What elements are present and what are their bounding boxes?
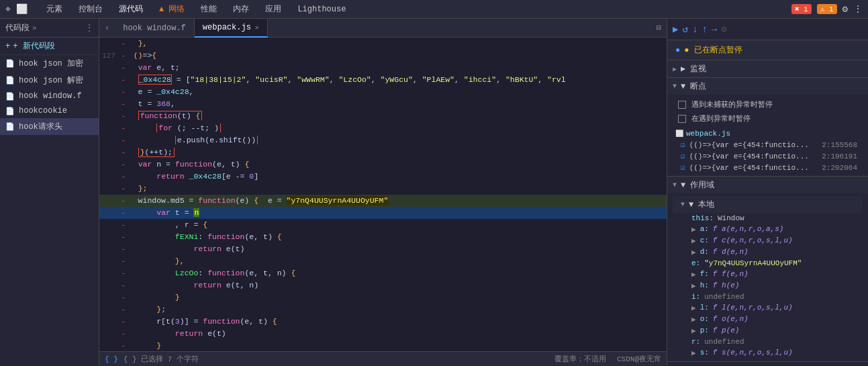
checkbox-icon[interactable] [678, 101, 686, 109]
code-container[interactable]: - }, 127 - ()=>{ - var e, t; [99, 38, 667, 351]
settings-icon[interactable]: ⚙ [842, 3, 848, 15]
var-key: this: [691, 214, 714, 222]
error-count[interactable]: ✖ 1 [791, 4, 812, 14]
line-number [99, 291, 121, 304]
menu-elements[interactable]: 元素 [44, 3, 65, 15]
cursor-icon[interactable]: ⌖ [5, 4, 11, 15]
pause-exceptions-checkbox[interactable]: 在遇到异常时暂停 [673, 111, 863, 126]
scope-var-p[interactable]: ▶ p: f p(e) [686, 325, 863, 336]
breakpoint-item-1[interactable]: ☑ (()=>{var e={454:functio... 2:155568 [675, 139, 863, 150]
table-row: - e = _0x4c28, [99, 86, 667, 98]
var-key: f: [700, 270, 709, 278]
tab-webpack[interactable]: webpack.js ✕ [195, 19, 268, 38]
file-icon: 📄 [5, 59, 15, 68]
device-icon[interactable]: ⬜ [16, 3, 28, 15]
var-value: undefined [704, 293, 744, 301]
code-content: t = 368, [126, 98, 667, 110]
scope-section: ▼ ▼ 作用域 ▼ ▼ 本地 this: Window ▶ [667, 177, 868, 362]
sidebar-item-hook-window[interactable]: 📄 hook window.f [0, 89, 99, 103]
line-marker: - [121, 50, 126, 62]
var-value: f f(e,n) [713, 270, 749, 278]
step-over-button[interactable]: ↺ [682, 24, 687, 35]
sidebar-expand[interactable]: » [32, 24, 37, 32]
status-bar: { } { } 已选择 7 个字符 覆盖率：不适用 CSDN@夜无宵 [99, 351, 667, 366]
menu-lighthouse[interactable]: Lighthouse [295, 5, 348, 14]
code-content: _0x4c28 = ["18|38|15|2", "ucisR", "wWwRM… [126, 74, 667, 86]
scope-var-this: this: Window [686, 213, 863, 224]
code-content: for (; --t; ) [126, 122, 667, 134]
menu-console[interactable]: 控制台 [76, 3, 105, 15]
breakpoint-item-2[interactable]: ☑ (()=>{var e={454:functio... 2:196191 [675, 150, 863, 162]
warn-count[interactable]: ⚠ 1 [817, 4, 837, 14]
code-content: r[t(3)] = function(e, t) { [126, 316, 667, 328]
table-row: - }, [99, 38, 667, 50]
expand-icon: ▶ [691, 304, 696, 312]
file-type-icon: ⬜ [675, 130, 683, 138]
tab-close-icon[interactable]: ✕ [255, 24, 259, 32]
scope-var-l[interactable]: ▶ l: f l(e,n,r,o,s,l,u) [686, 302, 863, 314]
table-row: - window.md5 = function(e) { e = "y7nQ4U… [99, 195, 667, 207]
bp-checkbox-3[interactable]: ☑ [681, 163, 685, 172]
debugger-toolbar: ▶ ↺ ↓ ↑ → ⊘ [667, 19, 868, 40]
expand-icon: ▶ [691, 326, 696, 335]
scope-var-s[interactable]: ▶ s: f s(e,n,r,o,s,l,u) [686, 347, 863, 359]
right-panel-scroll[interactable]: ● ● 已在断点暂停 ▶ ▶ 监视 ▼ ▼ 断点 遇到 [667, 40, 868, 366]
deactivate-button[interactable]: ⊘ [721, 24, 726, 35]
bp-checkbox-1[interactable]: ☑ [681, 140, 685, 149]
line-marker: - [121, 110, 126, 122]
menu-memory[interactable]: 内存 [230, 3, 252, 15]
pause-uncaught-checkbox[interactable]: 遇到未捕获的异常时暂停 [673, 97, 863, 111]
file-icon: 📄 [5, 76, 15, 85]
sidebar-header: 代码段 » ⋮ [0, 19, 99, 38]
scope-var-h[interactable]: ▶ h: f h(e) [686, 280, 863, 291]
checkbox-icon[interactable] [678, 115, 686, 123]
sidebar-more[interactable]: ⋮ [85, 23, 93, 33]
watch-header[interactable]: ▶ ▶ 监视 [667, 60, 868, 77]
breakpoint-item-3[interactable]: ☑ (()=>{var e={454:functio... 2:202064 [675, 162, 863, 173]
breakpoints-header[interactable]: ▼ ▼ 断点 [667, 78, 868, 95]
scope-var-d[interactable]: ▶ d: f d(e,n) [686, 246, 863, 258]
resume-button[interactable]: ▶ [673, 24, 678, 35]
sidebar-item-hook-json-enc[interactable]: 📄 hook json 加密 [0, 55, 99, 72]
var-key: d: [700, 248, 709, 256]
new-snippet-button[interactable]: + + 新代码段 [0, 38, 99, 55]
tab-back[interactable]: ‹ [99, 24, 115, 33]
menu-sources[interactable]: 源代码 [116, 3, 146, 15]
sidebar-item-hookcookie[interactable]: 📄 hookcookie [0, 103, 99, 118]
line-number [99, 195, 121, 207]
sidebar-item-hook-request[interactable]: 📄 hook请求头 [0, 118, 99, 135]
snippet-label: hook请求头 [19, 121, 62, 132]
local-header[interactable]: ▼ ▼ 本地 [673, 196, 863, 213]
step-button[interactable]: → [712, 24, 717, 35]
status-left: { } { } 已选择 7 个字符 [105, 354, 199, 364]
tab-hook-window[interactable]: hook window.f [115, 19, 195, 38]
line-marker: - [121, 291, 126, 304]
line-number [99, 134, 121, 146]
scope-var-o[interactable]: ▶ o: f o(e,n) [686, 314, 863, 325]
line-number [99, 231, 121, 243]
menu-network[interactable]: ▲ 网络 [156, 3, 187, 15]
var-key: c: [700, 236, 709, 244]
var-key: a: [700, 225, 709, 233]
split-editor-icon[interactable]: ⊟ [651, 23, 667, 33]
code-content: }; [126, 183, 667, 195]
scope-vars: this: Window ▶ a: f a(e,n,r,o,a,s) ▶ c: … [673, 213, 863, 359]
scope-var-f[interactable]: ▶ f: f f(e,n) [686, 269, 863, 280]
var-value: f h(e) [713, 281, 740, 289]
menu-application[interactable]: 应用 [262, 3, 284, 15]
scope-var-a[interactable]: ▶ a: f a(e,n,r,o,a,s) [686, 224, 863, 235]
line-number [99, 267, 121, 279]
step-into-button[interactable]: ↓ [692, 24, 697, 35]
scope-var-c[interactable]: ▶ c: f c(e,n,r,o,s,l,u) [686, 235, 863, 246]
more-icon[interactable]: ⋮ [853, 3, 863, 15]
status-right: 覆盖率：不适用 CSDN@夜无宵 [554, 354, 661, 364]
step-out-button[interactable]: ↑ [702, 24, 707, 35]
bp-code-2: (()=>{var e={454:functio... [689, 152, 818, 161]
bracket-icon: { } [105, 355, 118, 363]
line-marker: - [121, 122, 126, 134]
scope-header[interactable]: ▼ ▼ 作用域 [667, 177, 868, 193]
local-label: ▼ 本地 [689, 199, 714, 210]
bp-checkbox-2[interactable]: ☑ [681, 152, 685, 161]
menu-performance[interactable]: 性能 [198, 3, 220, 15]
sidebar-item-hook-json-dec[interactable]: 📄 hook json 解密 [0, 72, 99, 89]
